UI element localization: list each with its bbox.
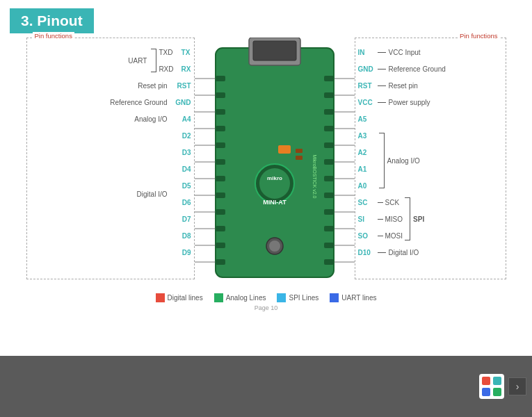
pin-row-d6: D6: [172, 194, 191, 211]
pin-row-a0: A0: [358, 177, 378, 194]
d5-pin: D5: [172, 182, 191, 190]
svg-rect-2: [253, 41, 296, 60]
uart-lines-label: UART lines: [341, 294, 376, 302]
pin-row-d2: D2: [172, 127, 191, 144]
vcc-input-label: VCC Input: [389, 49, 421, 56]
section-header: 3. Pinout: [10, 8, 94, 33]
a0-pin: A0: [358, 182, 378, 190]
svg-rect-18: [324, 126, 334, 131]
sc-pin: SC: [358, 199, 378, 206]
svg-rect-13: [216, 243, 225, 248]
spi-label: SPI: [413, 215, 424, 223]
pin-row-d8: D8: [172, 227, 191, 244]
pin-row-d9: D9: [172, 244, 191, 261]
svg-rect-16: [324, 92, 334, 98]
svg-rect-9: [216, 176, 225, 181]
bottom-bar: ›: [0, 356, 532, 417]
d6-pin: D6: [172, 199, 191, 206]
next-arrow-button[interactable]: ›: [508, 377, 526, 395]
gnd-pin-right: GND: [358, 65, 378, 73]
svg-point-31: [259, 168, 290, 199]
digital-label: Digital lines: [168, 294, 203, 302]
tx-pin: TX: [175, 49, 190, 56]
d4-pin: D4: [172, 165, 191, 173]
a2-pin: A2: [358, 149, 378, 156]
rst-pin-left: RST: [172, 82, 191, 90]
pin-row-a2: A2: [358, 144, 378, 161]
d8-pin: D8: [172, 232, 191, 240]
svg-rect-8: [216, 159, 225, 165]
a1-pin: A1: [358, 165, 378, 173]
board-diagram: mikro MINI-AT MikroBOSTICK v2.0: [195, 38, 355, 288]
pin-row-d4: D4: [172, 161, 191, 177]
svg-rect-11: [216, 209, 225, 215]
svg-rect-7: [216, 142, 225, 148]
d2-pin: D2: [172, 132, 191, 140]
rst-pin-right: RST: [358, 82, 378, 90]
legend-digital: Digital lines: [156, 293, 203, 302]
svg-rect-6: [216, 126, 225, 131]
pin-row-d10: D10 Digital I/O: [358, 244, 503, 261]
spi-color: [277, 293, 286, 302]
ref-ground-label: Reference Ground: [110, 99, 167, 106]
txd-label: TXD: [159, 49, 172, 56]
vcc-pin: VCC: [358, 99, 378, 106]
svg-rect-15: [324, 76, 334, 81]
analog-label: Analog Lines: [226, 294, 266, 302]
d3-pin: D3: [172, 149, 191, 156]
analog-color: [214, 293, 223, 302]
in-pin: IN: [358, 49, 378, 56]
svg-rect-22: [324, 193, 334, 198]
so-pin: SO: [358, 232, 378, 240]
svg-rect-27: [278, 145, 291, 154]
a5-pin: A5: [358, 115, 378, 123]
pin-row-a1: A1: [358, 161, 378, 177]
svg-rect-29: [296, 156, 303, 160]
gnd-pin-left: GND: [172, 99, 191, 106]
pin-row-d7: D7: [172, 211, 191, 227]
power-supply-label: Power supply: [389, 99, 430, 106]
pin-row-a3: A3: [358, 127, 378, 144]
left-panel-title: Pin functions: [33, 32, 74, 40]
left-pin-panel: Pin functions UART TXD TX RXD RX: [26, 38, 195, 279]
svg-text:mikro: mikro: [267, 175, 282, 181]
pin-row-si: SI MISO: [358, 211, 403, 227]
svg-rect-14: [216, 259, 225, 265]
a4-pin: A4: [172, 115, 191, 123]
right-panel-title: Pin functions: [458, 32, 499, 40]
pin-row-in: IN VCC Input: [358, 44, 503, 60]
d9-pin: D9: [172, 249, 191, 256]
rxd-label: RXD: [159, 65, 173, 73]
digital-io-label-left: Digital I/O: [137, 190, 168, 198]
si-pin: SI: [358, 215, 378, 223]
legend: Digital lines Analog Lines SPI Lines UAR…: [0, 293, 532, 302]
svg-rect-28: [296, 149, 303, 153]
svg-rect-26: [324, 259, 334, 265]
svg-rect-21: [324, 176, 334, 181]
svg-rect-3: [216, 76, 225, 81]
svg-text:MINI-AT: MINI-AT: [263, 199, 287, 206]
a3-pin: A3: [358, 132, 378, 140]
svg-rect-19: [324, 142, 334, 148]
svg-rect-20: [324, 159, 334, 165]
svg-text:MikroBOSTICK v2.0: MikroBOSTICK v2.0: [312, 154, 317, 198]
pin-row-gnd-right: GND Reference Ground: [358, 60, 503, 77]
mosi-label: MOSI: [385, 232, 403, 240]
pin-row-a5: A5: [358, 111, 503, 127]
svg-rect-63: [482, 388, 490, 396]
pin-row-rst-right: RST Reset pin: [358, 77, 503, 94]
svg-rect-10: [216, 193, 225, 198]
legend-spi: SPI Lines: [277, 293, 319, 302]
analog-io-label-right: Analog I/O: [387, 157, 420, 165]
d7-pin: D7: [172, 215, 191, 223]
spi-lines-label: SPI Lines: [289, 294, 319, 302]
reset-pin-label-left: Reset pin: [138, 82, 167, 90]
svg-rect-25: [324, 243, 334, 248]
svg-rect-17: [324, 109, 334, 115]
rx-pin: RX: [176, 65, 191, 73]
uart-color: [330, 293, 339, 302]
pin-row-a4: Analog I/O A4: [30, 111, 191, 127]
sck-label: SCK: [385, 199, 400, 206]
svg-rect-62: [493, 377, 501, 385]
svg-rect-64: [493, 388, 501, 396]
